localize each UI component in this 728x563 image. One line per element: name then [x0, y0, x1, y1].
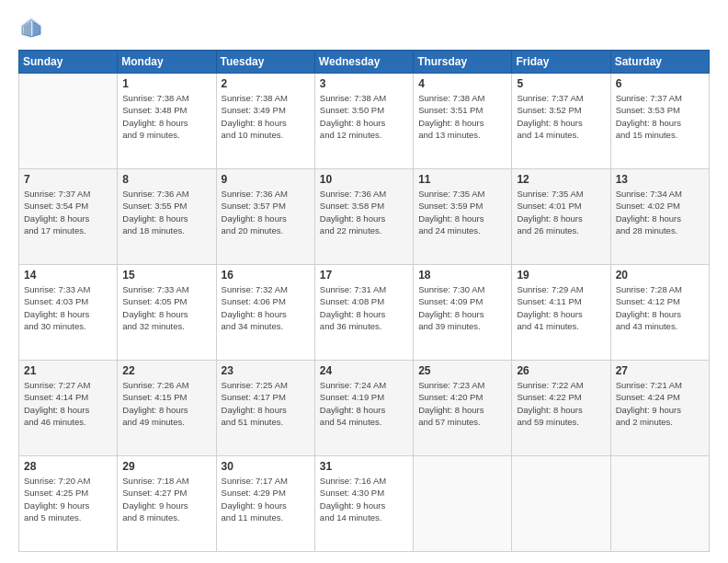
calendar-cell: 30Sunrise: 7:17 AM Sunset: 4:29 PM Dayli… [216, 456, 314, 552]
day-info: Sunrise: 7:38 AM Sunset: 3:50 PM Dayligh… [320, 92, 408, 141]
day-info: Sunrise: 7:36 AM Sunset: 3:58 PM Dayligh… [320, 188, 408, 236]
day-info: Sunrise: 7:16 AM Sunset: 4:30 PM Dayligh… [320, 475, 408, 523]
calendar-cell [19, 74, 118, 169]
calendar-cell: 18Sunrise: 7:30 AM Sunset: 4:09 PM Dayli… [414, 265, 512, 361]
day-info: Sunrise: 7:36 AM Sunset: 3:57 PM Dayligh… [222, 188, 310, 236]
page: SundayMondayTuesdayWednesdayThursdayFrid… [0, 0, 728, 563]
day-info: Sunrise: 7:37 AM Sunset: 3:53 PM Dayligh… [616, 92, 704, 141]
day-info: Sunrise: 7:30 AM Sunset: 4:09 PM Dayligh… [418, 283, 506, 332]
day-number: 29 [122, 460, 210, 473]
weekday-header-saturday: Saturday [610, 51, 709, 74]
day-number: 30 [222, 460, 310, 473]
day-info: Sunrise: 7:33 AM Sunset: 4:05 PM Dayligh… [122, 283, 210, 332]
day-number: 12 [517, 173, 605, 186]
calendar-cell: 24Sunrise: 7:24 AM Sunset: 4:19 PM Dayli… [314, 361, 413, 456]
weekday-header-row: SundayMondayTuesdayWednesdayThursdayFrid… [19, 51, 710, 74]
day-info: Sunrise: 7:36 AM Sunset: 3:55 PM Dayligh… [122, 188, 210, 236]
day-info: Sunrise: 7:27 AM Sunset: 4:14 PM Dayligh… [24, 379, 112, 428]
day-number: 20 [616, 269, 704, 282]
calendar-cell: 19Sunrise: 7:29 AM Sunset: 4:11 PM Dayli… [512, 265, 610, 361]
day-number: 24 [320, 364, 408, 377]
day-number: 28 [24, 460, 112, 473]
week-row-4: 21Sunrise: 7:27 AM Sunset: 4:14 PM Dayli… [19, 361, 710, 456]
calendar-cell: 29Sunrise: 7:18 AM Sunset: 4:27 PM Dayli… [118, 456, 216, 552]
week-row-2: 7Sunrise: 7:37 AM Sunset: 3:54 PM Daylig… [19, 169, 710, 265]
day-number: 10 [320, 173, 408, 186]
day-number: 4 [418, 77, 506, 90]
calendar-cell: 16Sunrise: 7:32 AM Sunset: 4:06 PM Dayli… [216, 265, 314, 361]
calendar-cell: 10Sunrise: 7:36 AM Sunset: 3:58 PM Dayli… [314, 169, 413, 265]
calendar-cell: 21Sunrise: 7:27 AM Sunset: 4:14 PM Dayli… [19, 361, 118, 456]
day-info: Sunrise: 7:24 AM Sunset: 4:19 PM Dayligh… [320, 379, 408, 428]
calendar-cell: 1Sunrise: 7:38 AM Sunset: 3:48 PM Daylig… [118, 74, 216, 169]
calendar-cell: 17Sunrise: 7:31 AM Sunset: 4:08 PM Dayli… [314, 265, 413, 361]
calendar-cell: 28Sunrise: 7:20 AM Sunset: 4:25 PM Dayli… [19, 456, 118, 552]
day-info: Sunrise: 7:17 AM Sunset: 4:29 PM Dayligh… [222, 475, 310, 523]
calendar-cell [414, 456, 512, 552]
logo [18, 15, 48, 40]
calendar-cell: 12Sunrise: 7:35 AM Sunset: 4:01 PM Dayli… [512, 169, 610, 265]
day-info: Sunrise: 7:20 AM Sunset: 4:25 PM Dayligh… [24, 475, 112, 523]
day-number: 5 [517, 77, 605, 90]
day-number: 31 [320, 460, 408, 473]
day-number: 18 [418, 269, 506, 282]
calendar-cell: 23Sunrise: 7:25 AM Sunset: 4:17 PM Dayli… [216, 361, 314, 456]
day-number: 25 [418, 364, 506, 377]
day-info: Sunrise: 7:34 AM Sunset: 4:02 PM Dayligh… [616, 188, 704, 236]
day-number: 23 [222, 364, 310, 377]
day-number: 13 [616, 173, 704, 186]
day-info: Sunrise: 7:35 AM Sunset: 4:01 PM Dayligh… [517, 188, 605, 236]
day-number: 17 [320, 269, 408, 282]
weekday-header-wednesday: Wednesday [314, 51, 413, 74]
day-info: Sunrise: 7:37 AM Sunset: 3:52 PM Dayligh… [517, 92, 605, 141]
calendar-cell: 6Sunrise: 7:37 AM Sunset: 3:53 PM Daylig… [610, 74, 709, 169]
weekday-header-sunday: Sunday [19, 51, 118, 74]
calendar-cell: 11Sunrise: 7:35 AM Sunset: 3:59 PM Dayli… [414, 169, 512, 265]
day-number: 2 [222, 77, 310, 90]
calendar-cell: 14Sunrise: 7:33 AM Sunset: 4:03 PM Dayli… [19, 265, 118, 361]
day-number: 22 [122, 364, 210, 377]
calendar-cell: 5Sunrise: 7:37 AM Sunset: 3:52 PM Daylig… [512, 74, 610, 169]
day-info: Sunrise: 7:29 AM Sunset: 4:11 PM Dayligh… [517, 283, 605, 332]
day-info: Sunrise: 7:25 AM Sunset: 4:17 PM Dayligh… [222, 379, 310, 428]
calendar-cell [610, 456, 709, 552]
day-info: Sunrise: 7:21 AM Sunset: 4:24 PM Dayligh… [616, 379, 704, 428]
calendar-cell: 27Sunrise: 7:21 AM Sunset: 4:24 PM Dayli… [610, 361, 709, 456]
day-number: 9 [222, 173, 310, 186]
calendar-cell: 7Sunrise: 7:37 AM Sunset: 3:54 PM Daylig… [19, 169, 118, 265]
day-info: Sunrise: 7:38 AM Sunset: 3:49 PM Dayligh… [222, 92, 310, 141]
day-number: 11 [418, 173, 506, 186]
calendar-cell: 22Sunrise: 7:26 AM Sunset: 4:15 PM Dayli… [118, 361, 216, 456]
day-info: Sunrise: 7:32 AM Sunset: 4:06 PM Dayligh… [222, 283, 310, 332]
weekday-header-tuesday: Tuesday [216, 51, 314, 74]
day-info: Sunrise: 7:38 AM Sunset: 3:48 PM Dayligh… [122, 92, 210, 141]
day-info: Sunrise: 7:28 AM Sunset: 4:12 PM Dayligh… [616, 283, 704, 332]
day-number: 19 [517, 269, 605, 282]
week-row-5: 28Sunrise: 7:20 AM Sunset: 4:25 PM Dayli… [19, 456, 710, 552]
day-number: 3 [320, 77, 408, 90]
calendar-cell: 9Sunrise: 7:36 AM Sunset: 3:57 PM Daylig… [216, 169, 314, 265]
calendar-cell: 20Sunrise: 7:28 AM Sunset: 4:12 PM Dayli… [610, 265, 709, 361]
day-info: Sunrise: 7:35 AM Sunset: 3:59 PM Dayligh… [418, 188, 506, 236]
day-number: 6 [616, 77, 704, 90]
week-row-1: 1Sunrise: 7:38 AM Sunset: 3:48 PM Daylig… [19, 74, 710, 169]
day-info: Sunrise: 7:31 AM Sunset: 4:08 PM Dayligh… [320, 283, 408, 332]
calendar-cell: 31Sunrise: 7:16 AM Sunset: 4:30 PM Dayli… [314, 456, 413, 552]
calendar-cell: 26Sunrise: 7:22 AM Sunset: 4:22 PM Dayli… [512, 361, 610, 456]
day-number: 26 [517, 364, 605, 377]
calendar-cell: 2Sunrise: 7:38 AM Sunset: 3:49 PM Daylig… [216, 74, 314, 169]
day-info: Sunrise: 7:26 AM Sunset: 4:15 PM Dayligh… [122, 379, 210, 428]
calendar-cell: 15Sunrise: 7:33 AM Sunset: 4:05 PM Dayli… [118, 265, 216, 361]
day-number: 21 [24, 364, 112, 377]
week-row-3: 14Sunrise: 7:33 AM Sunset: 4:03 PM Dayli… [19, 265, 710, 361]
calendar-table: SundayMondayTuesdayWednesdayThursdayFrid… [18, 50, 710, 552]
calendar-cell: 3Sunrise: 7:38 AM Sunset: 3:50 PM Daylig… [314, 74, 413, 169]
header [18, 15, 710, 40]
day-info: Sunrise: 7:37 AM Sunset: 3:54 PM Dayligh… [24, 188, 112, 236]
day-info: Sunrise: 7:18 AM Sunset: 4:27 PM Dayligh… [122, 475, 210, 523]
logo-icon [18, 15, 44, 40]
calendar-cell: 25Sunrise: 7:23 AM Sunset: 4:20 PM Dayli… [414, 361, 512, 456]
day-info: Sunrise: 7:38 AM Sunset: 3:51 PM Dayligh… [418, 92, 506, 141]
day-number: 27 [616, 364, 704, 377]
weekday-header-monday: Monday [118, 51, 216, 74]
